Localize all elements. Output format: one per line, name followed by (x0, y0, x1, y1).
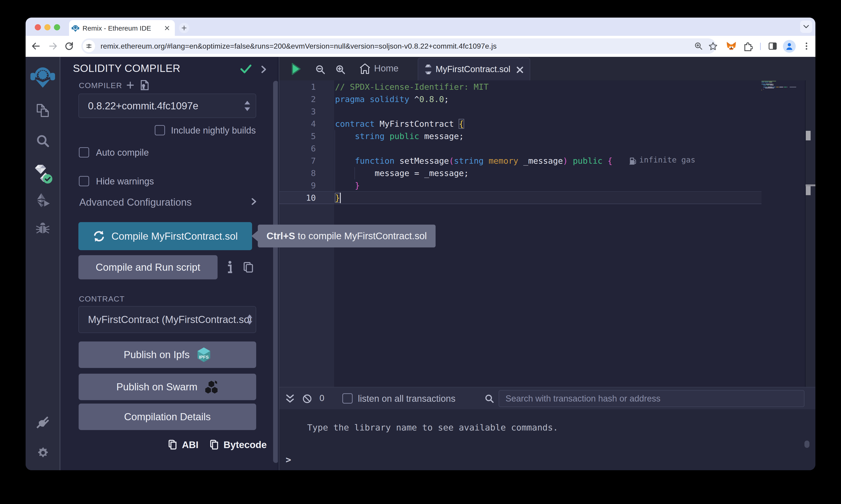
code-line-10[interactable]: 10} (279, 192, 805, 204)
tab-file-close-icon[interactable] (516, 66, 524, 74)
side-panel-icon[interactable] (768, 41, 777, 51)
listen-transactions-label: listen on all transactions (358, 394, 456, 404)
metamask-icon[interactable] (726, 41, 737, 51)
code-line-9[interactable]: 9 } (279, 179, 805, 192)
code-line-8[interactable]: 8 message = _message; (279, 167, 805, 179)
extensions-puzzle-icon[interactable] (743, 41, 753, 51)
line-content: contract MyFirstContract { (335, 118, 464, 130)
compiler-license-icon[interactable] (139, 79, 150, 91)
add-compiler-icon[interactable] (126, 80, 135, 90)
panel-chevron-right-icon[interactable] (261, 66, 267, 73)
nightly-builds-checkbox[interactable] (155, 125, 165, 136)
publish-ipfs-button[interactable]: Publish on Ipfs IPFS (79, 341, 256, 368)
minimap-line-segment (787, 87, 788, 87)
tab-close-icon[interactable] (164, 25, 170, 31)
compilation-details-button[interactable]: Compilation Details (79, 403, 256, 430)
traffic-light-zoom[interactable] (54, 24, 60, 30)
minimap-line-segment (773, 87, 775, 87)
solidity-file-icon (424, 64, 433, 75)
bookmark-star-icon[interactable] (708, 41, 718, 51)
publish-swarm-button[interactable]: Publish on Swarm (79, 374, 256, 400)
run-script-play-icon[interactable] (291, 62, 301, 75)
line-number: 2 (279, 93, 316, 106)
tab-search-button[interactable] (800, 20, 812, 33)
info-icon[interactable] (226, 261, 233, 274)
browser-menu-icon[interactable] (802, 41, 811, 51)
copy-bytecode-icon[interactable] (209, 439, 219, 451)
zoom-icon[interactable] (694, 41, 703, 51)
copy-abi-icon[interactable] (167, 439, 178, 451)
back-icon[interactable] (31, 41, 41, 51)
line-number: 9 (279, 179, 316, 192)
traffic-light-minimize[interactable] (44, 24, 51, 30)
clear-console-icon[interactable] (302, 394, 312, 404)
remix-logo[interactable] (25, 62, 59, 89)
advanced-config-label[interactable]: Advanced Configurations (79, 197, 192, 208)
contract-select-value: MyFirstContract (MyFirstContract.sol (88, 314, 252, 325)
terminal-search-input[interactable]: Search with transaction hash or address (499, 390, 804, 407)
sidebar-item-solidity-compiler[interactable] (25, 163, 59, 184)
copy-abi-label[interactable]: ABI (182, 439, 199, 450)
terminal-prompt: > (286, 454, 291, 465)
line-number: 8 (279, 167, 316, 179)
copy-script-icon[interactable] (242, 261, 254, 273)
ipfs-logo: IPFS (196, 347, 211, 362)
listen-transactions-checkbox[interactable] (342, 393, 353, 403)
activity-bar (25, 57, 60, 470)
code-line-1[interactable]: 1// SPDX-License-Identifier: MIT (279, 81, 805, 93)
code-line-6[interactable]: 6 (279, 142, 805, 155)
traffic-light-close[interactable] (35, 24, 41, 30)
editor-cursor (340, 193, 341, 203)
sidebar-item-settings[interactable] (25, 445, 59, 460)
tab-myfirstcontract[interactable]: MyFirstContract.sol (418, 58, 530, 80)
hide-warnings-checkbox[interactable] (79, 176, 89, 186)
compiler-version-select[interactable]: 0.8.22+commit.4fc1097e (79, 94, 256, 118)
new-tab-button[interactable] (179, 23, 189, 33)
minimap-line-segment (770, 82, 772, 83)
auto-compile-checkbox[interactable] (79, 147, 89, 158)
toolbar-divider (760, 43, 761, 50)
contract-select[interactable]: MyFirstContract (MyFirstContract.sol (79, 306, 256, 333)
minimap[interactable] (761, 80, 804, 149)
terminal-scrollbar[interactable] (804, 440, 809, 448)
forward-icon[interactable] (48, 41, 58, 51)
editor-overview-ruler[interactable] (806, 80, 816, 387)
minimap-line-segment (779, 87, 783, 87)
browser-tab[interactable]: Remix - Ethereum IDE (69, 20, 175, 36)
publish-swarm-label: Publish on Swarm (116, 381, 198, 393)
line-content: pragma solidity ^0.8.0; (335, 93, 449, 106)
line-content: } (335, 192, 340, 204)
sidebar-item-search[interactable] (25, 133, 59, 148)
sidebar-item-debugger[interactable] (25, 222, 59, 236)
expand-terminal-icon[interactable] (286, 394, 295, 404)
profile-avatar[interactable] (783, 40, 796, 53)
person-icon (786, 42, 793, 51)
line-number: 7 (279, 155, 316, 167)
minimap-line-segment (773, 84, 774, 85)
code-line-2[interactable]: 2pragma solidity ^0.8.0; (279, 93, 805, 106)
line-number: 10 (279, 192, 316, 204)
sidebar-item-file-explorer[interactable] (25, 103, 59, 119)
code-line-5[interactable]: 5 string public message; (279, 130, 805, 142)
minimap-line-segment (763, 87, 767, 87)
remix-app: SOLIDITY COMPILER COMPILER 0.8.2 (25, 57, 816, 470)
copy-bytecode-label[interactable]: Bytecode (223, 439, 267, 450)
plus-icon (181, 25, 187, 31)
editor-area: Home MyFirstContract.sol (279, 57, 816, 470)
site-info-button[interactable] (83, 40, 95, 52)
reload-icon[interactable] (64, 41, 74, 51)
code-line-7[interactable]: 7 function setMessage(string memory _mes… (279, 155, 805, 167)
address-bar[interactable]: remix.ethereum.org/#lang=en&optimize=fal… (81, 38, 716, 54)
minimap-line-segment (761, 84, 765, 85)
compile-and-run-button[interactable]: Compile and Run script (79, 255, 218, 280)
terminal-output[interactable]: Type the library name to see available c… (279, 409, 816, 470)
line-number: 5 (279, 130, 316, 142)
compile-button[interactable]: Compile MyFirstContract.sol (79, 222, 252, 250)
code-line-3[interactable]: 3 (279, 106, 805, 118)
sidebar-item-plugin-manager[interactable] (25, 415, 59, 430)
advanced-chevron-icon[interactable] (251, 198, 257, 205)
zoom-out-icon[interactable] (315, 65, 326, 75)
code-line-4[interactable]: 4contract MyFirstContract { (279, 118, 805, 130)
sidebar-item-deploy-and-run[interactable] (25, 193, 59, 208)
zoom-in-icon[interactable] (335, 65, 346, 75)
